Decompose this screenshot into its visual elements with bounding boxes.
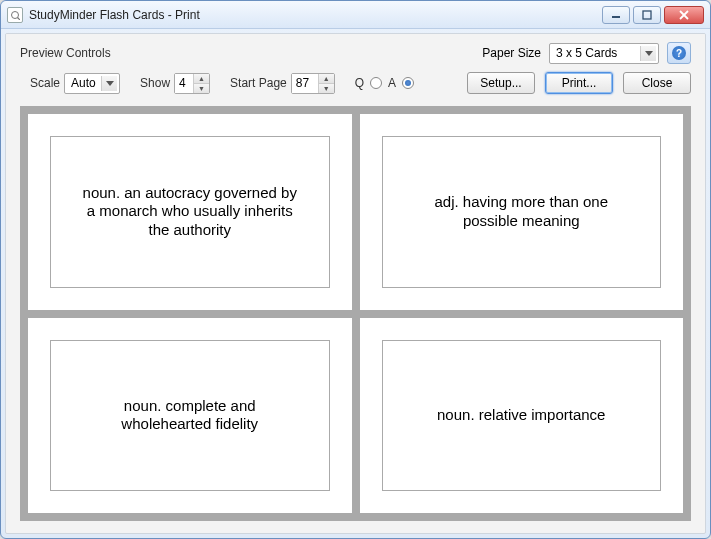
maximize-button[interactable]: [633, 6, 661, 24]
card-page: adj. having more than one possible meani…: [360, 114, 684, 310]
card: noun. relative importance: [382, 340, 662, 492]
help-button[interactable]: ?: [667, 42, 691, 64]
titlebar[interactable]: StudyMinder Flash Cards - Print: [1, 1, 710, 29]
preview-panel[interactable]: noun. an autocracy governed by a monarch…: [20, 106, 691, 521]
setup-button-label: Setup...: [480, 76, 521, 90]
scale-value: Auto: [71, 76, 97, 90]
scale-label: Scale: [30, 76, 60, 90]
show-spinner[interactable]: ▲▼: [174, 73, 210, 94]
close-button-label: Close: [642, 76, 673, 90]
start-page-spinner[interactable]: ▲▼: [291, 73, 335, 94]
svg-rect-3: [643, 11, 651, 19]
svg-point-0: [12, 11, 19, 18]
close-window-button[interactable]: [664, 6, 704, 24]
toolbar: Preview Controls Paper Size 3 x 5 Cards …: [6, 34, 705, 100]
card-page: noun. an autocracy governed by a monarch…: [28, 114, 352, 310]
setup-button[interactable]: Setup...: [467, 72, 535, 94]
svg-line-1: [18, 17, 21, 20]
card-text: noun. an autocracy governed by a monarch…: [77, 184, 303, 240]
card-page: noun. relative importance: [360, 318, 684, 514]
paper-size-combo[interactable]: 3 x 5 Cards: [549, 43, 659, 64]
paper-size-value: 3 x 5 Cards: [556, 46, 636, 60]
minimize-icon: [611, 10, 621, 20]
card-text: noun. complete and wholehearted fidelity: [77, 397, 303, 435]
start-page-input[interactable]: [292, 74, 318, 93]
paper-size-label: Paper Size: [482, 46, 541, 60]
show-input[interactable]: [175, 74, 193, 93]
chevron-down-icon: [640, 46, 656, 61]
card: noun. complete and wholehearted fidelity: [50, 340, 330, 492]
card-page: noun. complete and wholehearted fidelity: [28, 318, 352, 514]
app-window: StudyMinder Flash Cards - Print Preview …: [0, 0, 711, 539]
scale-combo[interactable]: Auto: [64, 73, 120, 94]
spinner-buttons[interactable]: ▲▼: [193, 74, 209, 93]
window-title: StudyMinder Flash Cards - Print: [29, 8, 200, 22]
show-label: Show: [140, 76, 170, 90]
client-area: Preview Controls Paper Size 3 x 5 Cards …: [5, 33, 706, 534]
card-text: adj. having more than one possible meani…: [409, 193, 635, 231]
spinner-buttons[interactable]: ▲▼: [318, 74, 334, 93]
app-icon: [7, 7, 23, 23]
q-radio[interactable]: [370, 77, 382, 89]
minimize-button[interactable]: [602, 6, 630, 24]
start-page-label: Start Page: [230, 76, 287, 90]
close-icon: [678, 10, 690, 20]
chevron-down-icon: [101, 76, 117, 91]
print-button[interactable]: Print...: [545, 72, 613, 94]
a-radio-label: A: [388, 76, 396, 90]
preview-controls-label: Preview Controls: [20, 46, 111, 60]
close-button[interactable]: Close: [623, 72, 691, 94]
q-radio-label: Q: [355, 76, 364, 90]
help-icon: ?: [672, 46, 686, 60]
print-button-label: Print...: [562, 76, 597, 90]
maximize-icon: [642, 10, 652, 20]
card-text: noun. relative importance: [437, 406, 605, 425]
a-radio[interactable]: [402, 77, 414, 89]
card: noun. an autocracy governed by a monarch…: [50, 136, 330, 288]
card: adj. having more than one possible meani…: [382, 136, 662, 288]
